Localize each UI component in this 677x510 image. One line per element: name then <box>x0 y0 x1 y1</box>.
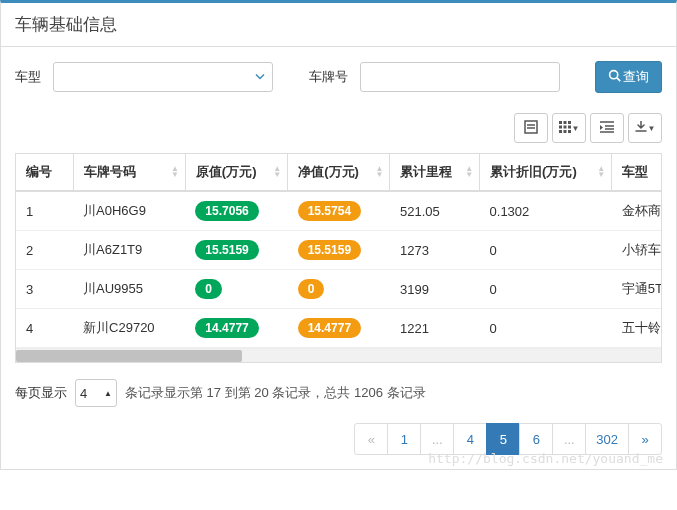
toggle-pagination-button[interactable] <box>514 113 548 143</box>
col-plate[interactable]: 车牌号码▲▼ <box>73 154 185 191</box>
cell-depr: 0 <box>480 231 612 270</box>
sort-icon: ▲▼ <box>597 166 605 178</box>
svg-rect-11 <box>559 130 562 133</box>
panel-title: 车辆基础信息 <box>1 3 676 47</box>
page-size-select[interactable]: 4 ▲ <box>75 379 117 407</box>
cell-id: 2 <box>16 231 73 270</box>
col-id[interactable]: 编号 <box>16 154 73 191</box>
cell-id: 4 <box>16 309 73 348</box>
query-button[interactable]: 查询 <box>595 61 662 93</box>
page-302[interactable]: 302 <box>585 423 629 455</box>
cell-original: 15.5159 <box>185 231 287 270</box>
export-icon <box>635 121 647 136</box>
net-badge: 14.4777 <box>298 318 361 338</box>
cell-original: 15.7056 <box>185 191 287 231</box>
svg-rect-10 <box>568 125 571 128</box>
cell-original: 14.4777 <box>185 309 287 348</box>
search-row: 车型 车牌号 查询 <box>15 61 662 93</box>
pagination: « 1 ... 4 5 6 ... 302 » <box>15 423 662 455</box>
col-net[interactable]: 净值(万元)▲▼ <box>288 154 390 191</box>
page-5-active[interactable]: 5 <box>486 423 520 455</box>
svg-rect-7 <box>568 121 571 124</box>
cell-net: 15.5159 <box>288 231 390 270</box>
cell-mileage: 521.05 <box>390 191 480 231</box>
sort-icon: ▲▼ <box>376 166 384 178</box>
sort-icon: ▲▼ <box>273 166 281 178</box>
grid-icon <box>559 121 571 136</box>
panel: 车辆基础信息 车型 车牌号 查询 <box>0 0 677 470</box>
cell-net: 15.5754 <box>288 191 390 231</box>
svg-rect-12 <box>563 130 566 133</box>
col-original[interactable]: 原值(万元)▲▼ <box>185 154 287 191</box>
plate-label: 车牌号 <box>309 68 348 86</box>
records-info: 条记录显示第 17 到第 20 条记录，总共 1206 条记录 <box>125 384 426 402</box>
plate-input[interactable] <box>360 62 560 92</box>
caret-down-icon: ▼ <box>572 124 580 133</box>
cell-original: 0 <box>185 270 287 309</box>
query-button-label: 查询 <box>623 68 649 86</box>
svg-rect-2 <box>525 121 537 133</box>
scroll-thumb[interactable] <box>16 350 242 362</box>
type-label: 车型 <box>15 68 41 86</box>
table-toolbar: ▼ ▼ <box>15 113 662 143</box>
cell-plate: 川A6Z1T9 <box>73 231 185 270</box>
cell-depr: 0 <box>480 270 612 309</box>
cell-depr: 0 <box>480 309 612 348</box>
indent-icon <box>600 121 614 136</box>
export-button[interactable]: ▼ <box>628 113 662 143</box>
svg-rect-5 <box>559 121 562 124</box>
cell-mileage: 3199 <box>390 270 480 309</box>
cell-mileage: 1221 <box>390 309 480 348</box>
col-type[interactable]: 车型 <box>612 154 662 191</box>
svg-rect-6 <box>563 121 566 124</box>
cell-plate: 新川C29720 <box>73 309 185 348</box>
horizontal-scrollbar[interactable] <box>16 348 661 362</box>
footer-row: 每页显示 4 ▲ 条记录显示第 17 到第 20 条记录，总共 1206 条记录 <box>15 379 662 407</box>
original-badge: 15.7056 <box>195 201 258 221</box>
page-4[interactable]: 4 <box>453 423 487 455</box>
type-select[interactable] <box>53 62 273 92</box>
panel-body: 车型 车牌号 查询 <box>1 47 676 469</box>
cell-type: 五十铃牌车 <box>612 309 662 348</box>
cell-net: 14.4777 <box>288 309 390 348</box>
page-next[interactable]: » <box>628 423 662 455</box>
search-icon <box>608 69 621 85</box>
svg-rect-13 <box>568 130 571 133</box>
sort-icon: ▲▼ <box>171 166 179 178</box>
svg-line-1 <box>617 78 620 81</box>
page-1[interactable]: 1 <box>387 423 421 455</box>
svg-rect-9 <box>563 125 566 128</box>
cell-plate: 川A0H6G9 <box>73 191 185 231</box>
page-size-label: 每页显示 <box>15 384 67 402</box>
page-6[interactable]: 6 <box>519 423 553 455</box>
table-row[interactable]: 4新川C2972014.477714.477712210五十铃牌车 <box>16 309 662 348</box>
net-badge: 15.5754 <box>298 201 361 221</box>
svg-rect-8 <box>559 125 562 128</box>
table-row[interactable]: 3川AU99550031990宇通5T拖 <box>16 270 662 309</box>
net-badge: 0 <box>298 279 325 299</box>
cell-type: 宇通5T拖 <box>612 270 662 309</box>
cell-net: 0 <box>288 270 390 309</box>
refresh-button[interactable] <box>590 113 624 143</box>
col-mileage[interactable]: 累计里程▲▼ <box>390 154 480 191</box>
cell-plate: 川AU9955 <box>73 270 185 309</box>
table-row[interactable]: 1川A0H6G915.705615.5754521.050.1302金杯商务车 <box>16 191 662 231</box>
page-ellipsis: ... <box>420 423 454 455</box>
cell-mileage: 1273 <box>390 231 480 270</box>
page-prev[interactable]: « <box>354 423 388 455</box>
col-depr[interactable]: 累计折旧(万元)▲▼ <box>480 154 612 191</box>
cell-id: 3 <box>16 270 73 309</box>
data-table: 编号 车牌号码▲▼ 原值(万元)▲▼ 净值(万元)▲▼ 累计里程▲▼ 累计折旧(… <box>16 154 662 348</box>
net-badge: 15.5159 <box>298 240 361 260</box>
original-badge: 14.4777 <box>195 318 258 338</box>
columns-button[interactable]: ▼ <box>552 113 586 143</box>
svg-point-0 <box>610 71 618 79</box>
sort-icon: ▲▼ <box>465 166 473 178</box>
original-badge: 15.5159 <box>195 240 258 260</box>
cell-id: 1 <box>16 191 73 231</box>
table-row[interactable]: 2川A6Z1T915.515915.515912730小轿车 <box>16 231 662 270</box>
list-icon <box>524 120 538 137</box>
cell-type: 金杯商务车 <box>612 191 662 231</box>
cell-type: 小轿车 <box>612 231 662 270</box>
caret-up-icon: ▲ <box>104 389 112 398</box>
